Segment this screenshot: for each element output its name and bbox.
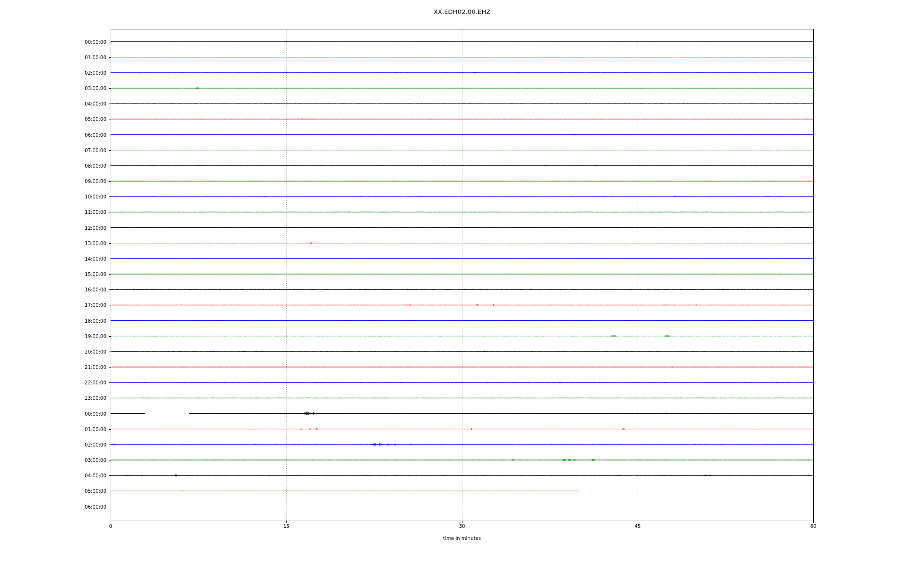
- y-tick-label: 20:00:00: [0, 349, 106, 354]
- y-tick-label: 02:00:00: [0, 442, 106, 447]
- y-tick-label: 04:00:00: [0, 473, 106, 478]
- y-tick-label: 04:00:00: [0, 101, 106, 106]
- y-tick-label: 13:00:00: [0, 240, 106, 246]
- helicorder-plot-canvas: [0, 0, 924, 578]
- y-tick-label: 22:00:00: [0, 380, 106, 385]
- y-tick-label: 02:00:00: [0, 70, 106, 75]
- y-tick-label: 21:00:00: [0, 365, 106, 370]
- y-tick-label: 01:00:00: [0, 54, 106, 60]
- x-tick-label: 15: [283, 524, 290, 529]
- y-tick-label: 01:00:00: [0, 426, 106, 432]
- y-tick-label: 11:00:00: [0, 210, 106, 215]
- y-tick-label: 08:00:00: [0, 163, 106, 168]
- y-tick-label: 05:00:00: [0, 488, 106, 494]
- y-tick-label: 10:00:00: [0, 194, 106, 199]
- y-tick-label: 23:00:00: [0, 395, 106, 401]
- y-tick-label: 15:00:00: [0, 272, 106, 277]
- y-tick-label: 14:00:00: [0, 256, 106, 261]
- x-tick-label: 60: [810, 524, 817, 529]
- y-tick-label: 05:00:00: [0, 117, 106, 122]
- y-tick-label: 19:00:00: [0, 333, 106, 339]
- y-tick-label: 12:00:00: [0, 225, 106, 230]
- x-tick-label: 30: [459, 524, 465, 529]
- y-tick-label: 00:00:00: [0, 39, 106, 44]
- y-tick-label: 03:00:00: [0, 86, 106, 91]
- y-tick-label: 00:00:00: [0, 411, 106, 416]
- y-tick-label: 16:00:00: [0, 287, 106, 292]
- y-tick-label: 18:00:00: [0, 318, 106, 323]
- x-tick-label: 45: [635, 524, 641, 529]
- chart-title: XX.EDH02.00.EHZ: [434, 8, 490, 15]
- y-tick-label: 17:00:00: [0, 302, 106, 308]
- x-tick-label: 0: [109, 524, 112, 529]
- x-axis-label: time in minutes: [443, 536, 481, 541]
- y-tick-label: 07:00:00: [0, 147, 106, 153]
- helicorder-screenshot: XX.EDH02.00.EHZ time in minutes 00:00:00…: [0, 0, 924, 578]
- y-tick-label: 03:00:00: [0, 458, 106, 463]
- y-tick-label: 06:00:00: [0, 132, 106, 137]
- y-tick-label: 06:00:00: [0, 504, 106, 509]
- y-tick-label: 09:00:00: [0, 179, 106, 184]
